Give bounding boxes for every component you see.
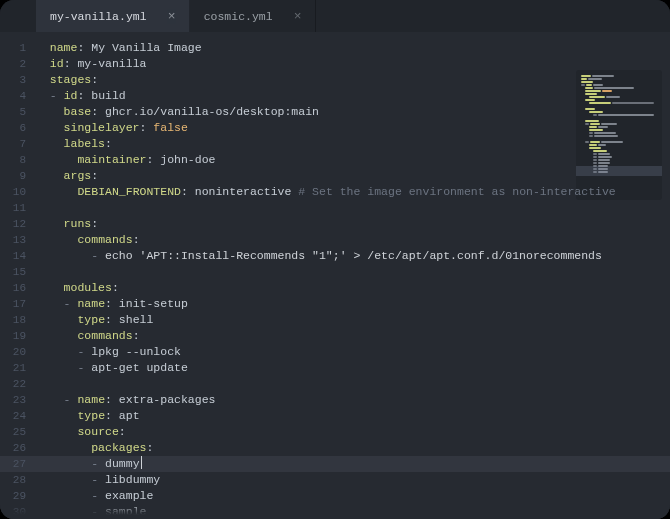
- yaml-key: maintainer: [77, 153, 146, 166]
- code-line[interactable]: - lpkg --unlock: [36, 344, 670, 360]
- value: apt-get update: [91, 361, 188, 374]
- code-line[interactable]: DEBIAN_FRONTEND: noninteractive # Set th…: [36, 184, 670, 200]
- value: :: [91, 105, 105, 118]
- yaml-key: DEBIAN_FRONTEND: [77, 185, 181, 198]
- value: :: [77, 89, 91, 102]
- line-number: 20: [0, 344, 26, 360]
- line-number: 25: [0, 424, 26, 440]
- code-line[interactable]: name: My Vanilla Image: [36, 40, 670, 56]
- value: shell: [119, 313, 154, 326]
- value: :: [146, 441, 153, 454]
- value: extra-packages: [119, 393, 216, 406]
- dash: -: [91, 457, 105, 470]
- line-number: 3: [0, 72, 26, 88]
- yaml-key: name: [77, 297, 105, 310]
- line-number: 26: [0, 440, 26, 456]
- code-line[interactable]: [36, 376, 670, 392]
- tab-bar: my-vanilla.yml×cosmic.yml×: [0, 0, 670, 32]
- value: libdummy: [105, 473, 160, 486]
- yaml-key: packages: [91, 441, 146, 454]
- code-line[interactable]: - libdummy: [36, 472, 670, 488]
- code-line[interactable]: [36, 264, 670, 280]
- value: noninteractive: [195, 185, 299, 198]
- line-number: 5: [0, 104, 26, 120]
- value: :: [91, 217, 98, 230]
- line-number: 14: [0, 248, 26, 264]
- value: :: [112, 281, 119, 294]
- value: :: [146, 153, 160, 166]
- yaml-key: base: [64, 105, 92, 118]
- code-line[interactable]: stages:: [36, 72, 670, 88]
- value: :: [77, 41, 91, 54]
- code-line[interactable]: singlelayer: false: [36, 120, 670, 136]
- line-number: 9: [0, 168, 26, 184]
- value: lpkg --unlock: [91, 345, 181, 358]
- close-icon[interactable]: ×: [291, 9, 305, 23]
- code-line[interactable]: runs:: [36, 216, 670, 232]
- code-line[interactable]: packages:: [36, 440, 670, 456]
- tab-label: my-vanilla.yml: [50, 10, 147, 23]
- yaml-key: source: [77, 425, 118, 438]
- dash: -: [91, 489, 105, 502]
- code-line[interactable]: - echo 'APT::Install-Recommends "1";' > …: [36, 248, 670, 264]
- line-number: 8: [0, 152, 26, 168]
- code-line[interactable]: commands:: [36, 328, 670, 344]
- yaml-key: type: [77, 409, 105, 422]
- yaml-key: id: [50, 57, 64, 70]
- code-line[interactable]: - id: build: [36, 88, 670, 104]
- close-icon[interactable]: ×: [165, 9, 179, 23]
- code-line[interactable]: - dummy: [36, 456, 670, 472]
- line-number: 16: [0, 280, 26, 296]
- editor-area[interactable]: 1234567891011121314151617181920212223242…: [0, 32, 670, 519]
- line-number: 12: [0, 216, 26, 232]
- yaml-key: runs: [64, 217, 92, 230]
- tab-cosmic-yml[interactable]: cosmic.yml×: [190, 0, 316, 32]
- code-line[interactable]: base: ghcr.io/vanilla-os/desktop:main: [36, 104, 670, 120]
- yaml-key: name: [50, 41, 78, 54]
- line-number: 17: [0, 296, 26, 312]
- yaml-key: singlelayer: [64, 121, 140, 134]
- dash: -: [91, 249, 105, 262]
- code-line[interactable]: [36, 200, 670, 216]
- code-line[interactable]: modules:: [36, 280, 670, 296]
- code-line[interactable]: maintainer: john-doe: [36, 152, 670, 168]
- value: john-doe: [160, 153, 215, 166]
- code-line[interactable]: args:: [36, 168, 670, 184]
- line-number: 10: [0, 184, 26, 200]
- line-number: 30: [0, 504, 26, 519]
- value: :: [140, 121, 154, 134]
- value: ghcr.io/vanilla-os/desktop:main: [105, 105, 319, 118]
- yaml-key: args: [64, 169, 92, 182]
- code-line[interactable]: - name: extra-packages: [36, 392, 670, 408]
- yaml-key: commands: [77, 329, 132, 342]
- code-line[interactable]: type: apt: [36, 408, 670, 424]
- value: :: [64, 57, 78, 70]
- code-line[interactable]: type: shell: [36, 312, 670, 328]
- dash: -: [64, 297, 78, 310]
- line-number: 24: [0, 408, 26, 424]
- code-line[interactable]: source:: [36, 424, 670, 440]
- code-line[interactable]: id: my-vanilla: [36, 56, 670, 72]
- code-line[interactable]: commands:: [36, 232, 670, 248]
- value: echo 'APT::Install-Recommends "1";' > /e…: [105, 249, 602, 262]
- code-line[interactable]: - apt-get update: [36, 360, 670, 376]
- dash: -: [77, 361, 91, 374]
- line-number: 15: [0, 264, 26, 280]
- line-number: 27: [0, 456, 26, 472]
- value: :: [181, 185, 195, 198]
- code-line[interactable]: labels:: [36, 136, 670, 152]
- code-line[interactable]: - sample: [36, 504, 670, 519]
- line-number-gutter: 1234567891011121314151617181920212223242…: [0, 32, 36, 519]
- dash: -: [91, 505, 105, 518]
- line-number: 13: [0, 232, 26, 248]
- code-content[interactable]: name: My Vanilla Image id: my-vanilla st…: [36, 32, 670, 519]
- value: :: [105, 409, 119, 422]
- code-line[interactable]: - example: [36, 488, 670, 504]
- value: apt: [119, 409, 140, 422]
- comment: # Set the image environment as non-inter…: [298, 185, 615, 198]
- value: :: [105, 393, 119, 406]
- line-number: 1: [0, 40, 26, 56]
- tab-my-vanilla-yml[interactable]: my-vanilla.yml×: [36, 0, 190, 32]
- code-line[interactable]: - name: init-setup: [36, 296, 670, 312]
- dash: -: [64, 393, 78, 406]
